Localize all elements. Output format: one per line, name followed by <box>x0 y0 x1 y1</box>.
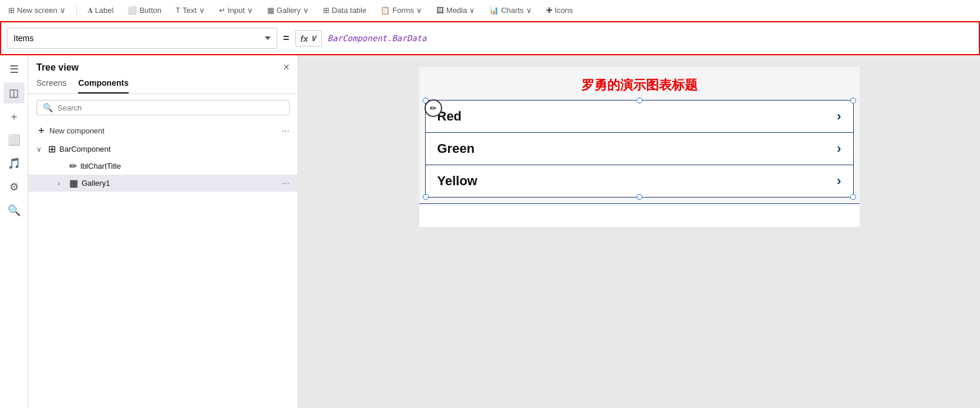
edit-pencil-icon[interactable]: ✏ <box>425 99 442 117</box>
tree-panel-header: Tree view × <box>28 55 298 78</box>
formula-bar: Items = fx ∨ <box>0 21 980 55</box>
toolbar-input[interactable]: ↵ Input ∨ <box>215 5 257 16</box>
icons-label: Icons <box>555 6 573 15</box>
forms-chevron: ∨ <box>416 6 422 15</box>
sidebar-database-icon[interactable]: ⬜ <box>4 129 25 151</box>
toolbar-gallery[interactable]: ▦ Gallery ∨ <box>264 5 312 16</box>
text-icon: T <box>176 6 180 15</box>
divider-1 <box>76 5 77 16</box>
fx-label: fx <box>301 34 308 44</box>
tree-item-gallery1[interactable]: › ▦ Gallery1 ··· <box>28 175 298 192</box>
button-icon: ⬜ <box>127 6 137 15</box>
toolbar-charts[interactable]: 📊 Charts ∨ <box>486 5 535 16</box>
formula-input[interactable] <box>328 28 973 49</box>
sidebar-search-icon[interactable]: 🔍 <box>4 200 25 221</box>
text-label: Text <box>183 6 197 15</box>
gallery-container[interactable]: ✏ Red › Green › Yellow › <box>425 100 854 198</box>
gallery-row-2[interactable]: Yellow › <box>426 165 853 197</box>
property-selector[interactable]: Items <box>7 28 277 49</box>
fx-button[interactable]: fx ∨ <box>295 30 322 46</box>
charts-chevron: ∨ <box>526 6 532 15</box>
sidebar-layers-icon[interactable]: ◫ <box>4 82 25 103</box>
input-label: Input <box>228 6 245 15</box>
lblcharttitle-label: lblChartTitle <box>80 162 289 170</box>
tab-screens[interactable]: Screens <box>36 78 66 93</box>
gallery-partial-row <box>419 203 860 227</box>
tree-tabs: Screens Components <box>28 78 298 94</box>
gallery-item-label-1: Green <box>437 141 837 156</box>
tab-components[interactable]: Components <box>78 78 129 93</box>
gallery-item-label-0: Red <box>437 109 837 124</box>
toolbar-datatable[interactable]: ⊞ Data table <box>319 5 370 16</box>
handle-top-center[interactable] <box>637 98 642 103</box>
gallery1-more-button[interactable]: ··· <box>282 178 289 189</box>
tree-panel-title: Tree view <box>36 62 79 73</box>
toolbar-new-screen[interactable]: ⊞ New screen ∨ <box>5 5 69 16</box>
toolbar-label[interactable]: 𝐀 Label <box>84 5 117 16</box>
search-icon: 🔍 <box>43 103 53 112</box>
input-chevron: ∨ <box>247 6 253 15</box>
barcomponent-icon: ⊞ <box>48 143 56 155</box>
new-component-more-button[interactable]: ··· <box>282 126 289 136</box>
fx-chevron: ∨ <box>310 33 316 44</box>
handle-bottom-left[interactable] <box>423 194 429 200</box>
lblcharttitle-icon: ✏ <box>69 160 77 172</box>
sidebar-settings-icon[interactable]: ⚙ <box>4 176 25 198</box>
chart-title: 罗勇的演示图表标题 <box>419 67 860 100</box>
gallery-label: Gallery <box>277 6 301 15</box>
label-icon: 𝐀 <box>87 6 93 15</box>
toolbar-icons[interactable]: ✚ Icons <box>543 5 577 16</box>
handle-top-right[interactable] <box>850 98 856 103</box>
gallery-row-1[interactable]: Green › <box>426 133 853 165</box>
canvas-area: 罗勇的演示图表标题 ✏ Red › Green › <box>298 55 980 408</box>
gallery-row-chevron-1: › <box>837 141 841 156</box>
datatable-icon: ⊞ <box>323 6 329 15</box>
new-component-button[interactable]: ＋ New component ··· <box>28 121 298 141</box>
text-chevron: ∨ <box>199 6 205 15</box>
new-screen-icon: ⊞ <box>8 6 15 15</box>
canvas-container: 罗勇的演示图表标题 ✏ Red › Green › <box>419 67 860 227</box>
gallery-row-0[interactable]: Red › <box>426 101 853 133</box>
tree-item-lblcharttitle[interactable]: ✏ lblChartTitle <box>28 158 298 175</box>
tree-item-barcomponent[interactable]: ∨ ⊞ BarComponent <box>28 141 298 158</box>
search-input[interactable] <box>58 103 283 112</box>
gallery-row-chevron-0: › <box>837 109 841 124</box>
sidebar-add-icon[interactable]: ＋ <box>4 106 25 127</box>
toolbar-forms[interactable]: 📋 Forms ∨ <box>377 5 426 16</box>
button-label: Button <box>139 6 161 15</box>
sidebar-media-icon[interactable]: 🎵 <box>4 153 25 174</box>
gallery-icon: ▦ <box>267 6 274 15</box>
equals-sign: = <box>283 32 289 45</box>
input-icon: ↵ <box>219 6 225 15</box>
media-icon: 🖼 <box>436 6 444 15</box>
label-label: Label <box>95 6 114 15</box>
plus-icon: ＋ <box>36 125 46 137</box>
tree-close-button[interactable]: × <box>283 61 289 73</box>
new-component-label: New component <box>49 126 105 135</box>
new-screen-label: New screen <box>17 6 58 15</box>
media-chevron: ∨ <box>469 6 475 15</box>
main-area: ☰ ◫ ＋ ⬜ 🎵 ⚙ 🔍 Tree view × Screens Compon… <box>0 55 980 408</box>
forms-label: Forms <box>392 6 414 15</box>
left-sidebar: ☰ ◫ ＋ ⬜ 🎵 ⚙ 🔍 <box>0 55 28 408</box>
handle-bottom-center[interactable] <box>637 194 642 200</box>
icons-icon: ✚ <box>546 6 553 15</box>
datatable-label: Data table <box>332 6 366 15</box>
handle-bottom-right[interactable] <box>850 194 856 200</box>
toolbar-button[interactable]: ⬜ Button <box>124 5 165 16</box>
gallery1-icon: ▦ <box>69 178 78 189</box>
tree-panel: Tree view × Screens Components 🔍 ＋ New c… <box>28 55 298 408</box>
toolbar-media[interactable]: 🖼 Media ∨ <box>433 5 479 16</box>
search-box: 🔍 <box>36 100 289 115</box>
new-screen-chevron: ∨ <box>60 6 66 15</box>
toolbar: ⊞ New screen ∨ 𝐀 Label ⬜ Button T Text ∨… <box>0 0 980 21</box>
forms-icon: 📋 <box>380 6 390 15</box>
media-label: Media <box>446 6 467 15</box>
gallery-chevron: ∨ <box>303 6 309 15</box>
charts-icon: 📊 <box>489 6 499 15</box>
gallery1-label: Gallery1 <box>82 179 278 188</box>
toolbar-text[interactable]: T Text ∨ <box>172 5 208 16</box>
charts-label: Charts <box>501 6 523 15</box>
barcomponent-chevron: ∨ <box>36 145 45 153</box>
sidebar-hamburger-icon[interactable]: ☰ <box>4 59 25 80</box>
